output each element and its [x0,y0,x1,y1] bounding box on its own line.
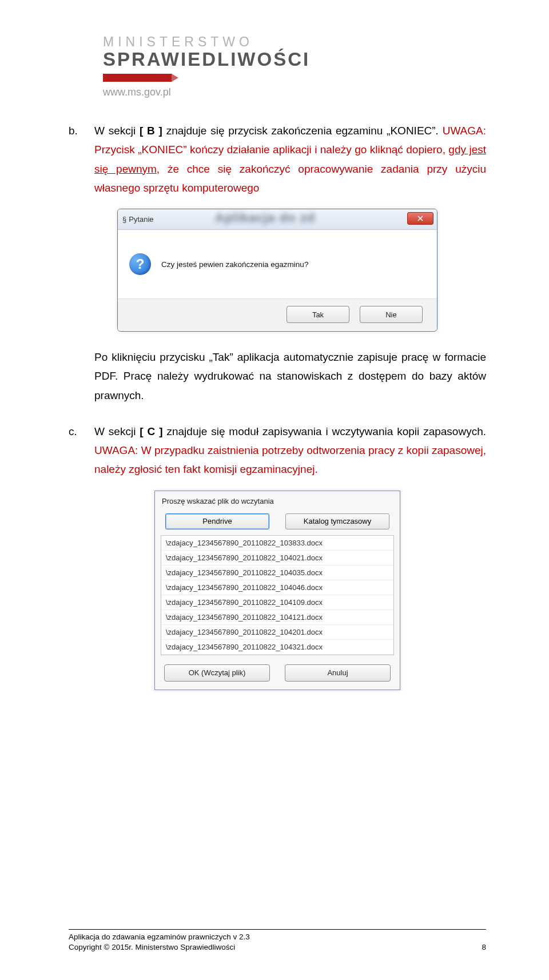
dialog-question-text: Czy jesteś pewien zakończenia egazminu? [161,260,308,269]
red-ribbon [103,74,172,82]
list-item[interactable]: \zdajacy_1234567890_20110822_104035.docx [161,565,393,580]
list-item[interactable]: \zdajacy_1234567890_20110822_104321.docx [161,640,393,655]
ministry-line1: MINISTERSTWO [103,34,486,50]
ok-load-button[interactable]: OK (Wczytaj plik) [164,664,270,682]
cancel-button[interactable]: Anuluj [285,664,391,682]
blurred-background-title: Aplikacja do zd [215,210,315,225]
footer-copyright: Copyright © 2015r. Ministerstwo Sprawied… [69,942,235,953]
list-item[interactable]: \zdajacy_1234567890_20110822_103833.docx [161,536,393,551]
file-list[interactable]: \zdajacy_1234567890_20110822_103833.docx… [161,535,394,655]
dialog-titlebar: § Pytanie Aplikacja do zd [118,209,437,230]
ministry-logo: MINISTERSTWO SPRAWIEDLIWOŚCI www.ms.gov.… [103,34,486,98]
para-c-pre: W sekcji [94,425,140,437]
close-button[interactable] [407,212,433,225]
paragraph-b: b. W sekcji [ B ] znajduje się przycisk … [69,121,486,197]
list-item[interactable]: \zdajacy_1234567890_20110822_104046.docx [161,580,393,595]
close-icon [417,216,423,221]
file-picker-dialog: Proszę wskazać plik do wczytania Pendriv… [154,491,400,690]
ministry-url: www.ms.gov.pl [103,86,486,98]
tab-temp-folder[interactable]: Katalog tymczasowy [285,513,389,529]
list-marker-b: b. [69,121,94,197]
no-button[interactable]: Nie [360,306,423,323]
list-item[interactable]: \zdajacy_1234567890_20110822_104121.docx [161,610,393,625]
tab-pendrive[interactable]: Pendrive [165,513,269,529]
list-marker-c: c. [69,422,94,479]
list-item[interactable]: \zdajacy_1234567890_20110822_104021.docx [161,551,393,565]
para-b-post: znajduje się przycisk zakończenia egzami… [162,125,443,137]
page-number: 8 [482,942,486,953]
ministry-line2: SPRAWIEDLIWOŚCI [103,49,486,70]
list-item[interactable]: \zdajacy_1234567890_20110822_104201.docx [161,625,393,640]
section-symbol: § [122,215,126,224]
file-picker-prompt: Proszę wskazać plik do wczytania [155,491,400,510]
para-c-post: znajduje się moduł zapisywania i wczytyw… [163,425,486,437]
para-b-bold: [ B ] [140,125,162,137]
page-footer: Aplikacja do zdawania egzaminów prawnicz… [69,929,486,953]
list-item[interactable]: \zdajacy_1234567890_20110822_104109.docx [161,595,393,610]
para-b-pre: W sekcji [94,125,140,137]
dialog-title: Pytanie [129,215,153,224]
paragraph-c: c. W sekcji [ C ] znajduje się moduł zap… [69,422,486,479]
footer-app-name: Aplikacja do zdawania egzaminów prawnicz… [69,932,250,942]
footer-rule [69,929,486,930]
para-c-warn: UWAGA: W przypadku zaistnienia potrzeby … [94,444,486,475]
para-c-bold: [ C ] [140,425,162,437]
question-icon: ? [129,253,151,275]
yes-button[interactable]: Tak [287,306,349,323]
confirm-dialog: § Pytanie Aplikacja do zd ? Czy jesteś p… [117,209,437,332]
paragraph-after-dialog: Po kliknięciu przycisku „Tak” aplikacja … [69,348,486,405]
